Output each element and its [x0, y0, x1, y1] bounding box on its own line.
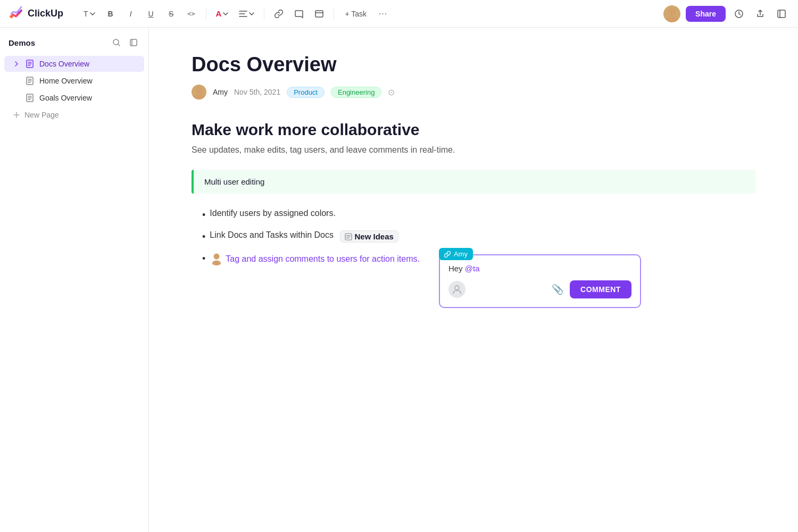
svg-rect-4: [778, 10, 785, 18]
code-label: <>: [187, 10, 195, 18]
doc-title: Docs Overview: [192, 53, 755, 76]
sidebar-item-label: Home Overview: [39, 77, 93, 85]
svg-point-2: [666, 16, 678, 22]
tag-product[interactable]: Product: [287, 87, 325, 98]
new-page-label: New Page: [24, 111, 59, 119]
color-button[interactable]: A: [213, 6, 232, 22]
sidebar-item-label: Docs Overview: [39, 60, 89, 68]
underline-button[interactable]: U: [143, 6, 159, 22]
sidebar-header-icons: [110, 36, 140, 49]
sidebar-toggle-button[interactable]: [774, 6, 789, 22]
color-label: A: [216, 9, 222, 18]
app-name: ClickUp: [28, 8, 63, 19]
text-format-button[interactable]: T: [80, 6, 98, 22]
toolbar-separator-3: [334, 9, 334, 19]
bullet-item-2: Link Docs and Tasks within Docs New Idea…: [202, 230, 755, 244]
doc-date: Nov 5th, 2021: [234, 88, 280, 96]
svg-rect-0: [315, 11, 323, 17]
page-icon: [26, 94, 34, 102]
strikethrough-label: S: [169, 10, 173, 18]
plus-icon: [13, 111, 20, 119]
bullet-text-3: Tag and assign comments to users for act…: [226, 254, 420, 264]
bullet-item-3: Tag and assign comments to users for act…: [202, 252, 755, 308]
toolbar-right: Share: [663, 5, 789, 22]
toolbar-separator-1: [206, 9, 206, 19]
doc-link-label: New Ideas: [354, 232, 393, 241]
comment-at-text: @ta: [465, 264, 480, 273]
svg-point-10: [196, 87, 202, 93]
user-avatar[interactable]: [663, 5, 680, 22]
tag-engineering[interactable]: Engineering: [331, 87, 381, 98]
align-button[interactable]: [236, 6, 257, 22]
strikethrough-button[interactable]: S: [163, 6, 179, 22]
comment-submit-button[interactable]: COMMENT: [570, 280, 631, 298]
comment-box: Hey @ta 📎 COMMENT: [439, 254, 641, 308]
add-task-button[interactable]: + Task: [340, 6, 371, 22]
logo[interactable]: ClickUp: [9, 6, 63, 21]
comment-prefix: Hey: [448, 264, 465, 273]
comment-right-actions: 📎 COMMENT: [552, 280, 631, 298]
embed-button[interactable]: [311, 6, 327, 22]
expand-arrow-icon: [13, 60, 20, 68]
italic-button[interactable]: I: [123, 6, 139, 22]
sidebar-item-docs-overview[interactable]: Docs Overview: [4, 56, 144, 72]
italic-label: I: [130, 10, 132, 18]
comment-user-avatar: [448, 281, 466, 298]
svg-point-13: [214, 254, 220, 260]
section-heading: Make work more collaborative: [192, 121, 755, 139]
export-button[interactable]: [752, 6, 768, 22]
code-button[interactable]: <>: [184, 6, 200, 22]
sidebar-item-home-overview[interactable]: Home Overview: [4, 73, 144, 89]
share-button[interactable]: Share: [686, 6, 726, 22]
history-button[interactable]: [731, 6, 747, 22]
callout-text: Multi user editing: [204, 177, 264, 186]
bullet-text-1: Identify users by assigned colors.: [210, 209, 336, 218]
svg-point-11: [194, 94, 204, 99]
doc-icon: [26, 60, 34, 68]
callout-block: Multi user editing: [192, 170, 755, 194]
content-area: Docs Overview Amy Nov 5th, 2021 Product …: [149, 28, 798, 532]
comment-actions: 📎 COMMENT: [448, 280, 631, 298]
workspace-name: Demos: [9, 38, 35, 47]
link-icon: [444, 251, 451, 257]
doc-link-icon: [345, 233, 352, 240]
more-label: ···: [379, 9, 387, 19]
bold-button[interactable]: B: [103, 6, 119, 22]
comment-button[interactable]: [291, 6, 307, 22]
underline-label: U: [148, 10, 154, 18]
bullet-text-2: Link Docs and Tasks within Docs: [210, 230, 336, 240]
sidebar: Demos Docs Overview: [0, 28, 149, 532]
text-format-label: T: [84, 10, 88, 18]
section-subtitle: See updates, make edits, tag users, and …: [192, 145, 755, 155]
author-name: Amy: [213, 88, 228, 96]
page-icon: [26, 77, 34, 85]
svg-point-1: [668, 8, 676, 15]
toolbar: ClickUp T B I U S <> A + Task: [0, 0, 798, 28]
attach-icon[interactable]: 📎: [552, 284, 563, 295]
svg-point-15: [455, 286, 459, 290]
sidebar-item-goals-overview[interactable]: Goals Overview: [4, 90, 144, 106]
sidebar-search-button[interactable]: [110, 36, 123, 49]
link-button[interactable]: [271, 6, 287, 22]
sidebar-item-label: Goals Overview: [39, 94, 92, 102]
bold-label: B: [108, 10, 113, 18]
comment-input[interactable]: Hey @ta: [448, 264, 631, 273]
main-layout: Demos Docs Overview: [0, 28, 798, 532]
doc-meta: Amy Nov 5th, 2021 Product Engineering ⊙: [192, 85, 755, 99]
more-options-button[interactable]: ···: [375, 6, 391, 22]
sidebar-header: Demos: [0, 36, 148, 55]
author-avatar: [192, 85, 206, 99]
bullet-list: Identify users by assigned colors. Link …: [192, 209, 755, 308]
svg-point-14: [212, 261, 221, 266]
bullet-item-1: Identify users by assigned colors.: [202, 209, 755, 222]
doc-link-new-ideas[interactable]: New Ideas: [340, 230, 398, 243]
svg-rect-6: [130, 39, 137, 46]
amy-tag-popup: Amy: [439, 248, 473, 260]
meta-icon: ⊙: [388, 87, 395, 97]
sidebar-collapse-button[interactable]: [127, 36, 140, 49]
sidebar-new-page[interactable]: New Page: [4, 107, 144, 123]
toolbar-separator-2: [264, 9, 264, 19]
add-task-label: + Task: [345, 10, 367, 18]
amy-tag-label: Amy: [454, 250, 468, 258]
